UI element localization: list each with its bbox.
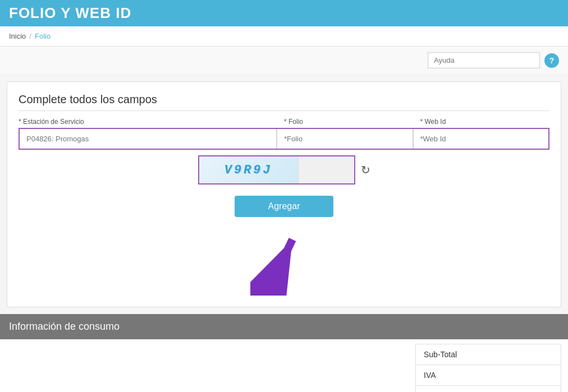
form-fields-container <box>19 128 549 150</box>
iva-label: IVA <box>424 371 436 380</box>
breadcrumb-separator: / <box>29 32 31 40</box>
info-section-header: Información de consumo <box>0 314 568 339</box>
help-input[interactable] <box>428 52 540 68</box>
page-title: FOLIO Y WEB ID <box>9 4 131 22</box>
main-content: Complete todos los campos * Estación de … <box>7 81 561 307</box>
help-bar: ? <box>0 47 568 75</box>
breadcrumb: Inicio / Folio <box>0 26 568 47</box>
info-section: Información de consumo Sub-Total IVA Tot… <box>0 314 568 392</box>
breadcrumb-home[interactable]: Inicio <box>9 32 26 40</box>
subtotal-row: Sub-Total <box>416 344 561 365</box>
agregar-button[interactable]: Agregar <box>235 196 334 217</box>
form-section-title: Complete todos los campos <box>19 93 549 111</box>
summary-table: Sub-Total IVA Total <box>415 344 561 392</box>
subtotal-label: Sub-Total <box>424 350 457 359</box>
arrow-annotation <box>19 228 549 296</box>
iva-row: IVA <box>416 365 561 386</box>
breadcrumb-current[interactable]: Folio <box>35 32 51 40</box>
captcha-image: V9R9J <box>199 156 298 183</box>
station-input[interactable] <box>20 129 277 149</box>
refresh-captcha-button[interactable]: ↻ <box>361 163 370 177</box>
captcha-box: V9R9J <box>198 155 355 185</box>
page-header: FOLIO Y WEB ID <box>0 0 568 26</box>
svg-line-1 <box>267 239 292 293</box>
captcha-row: V9R9J ↻ <box>19 155 549 185</box>
folio-label: * Folio <box>277 118 414 126</box>
arrow-svg <box>250 228 318 296</box>
help-button[interactable]: ? <box>544 53 559 68</box>
webid-label: * Web Id <box>414 118 550 126</box>
station-label: * Estación de Servicio <box>19 118 277 126</box>
captcha-input[interactable] <box>298 156 354 183</box>
refresh-icon: ↻ <box>361 164 370 176</box>
field-labels: * Estación de Servicio * Folio * Web Id <box>19 118 549 126</box>
total-row: Total <box>416 386 561 392</box>
summary-area: Sub-Total IVA Total <box>0 339 568 392</box>
webid-input[interactable] <box>413 129 549 149</box>
folio-input[interactable] <box>277 129 413 149</box>
